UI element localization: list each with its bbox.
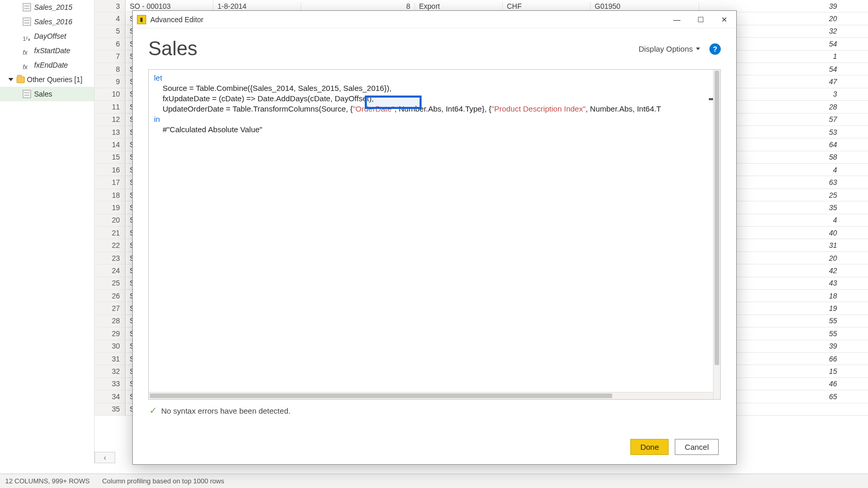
cell: 39 — [791, 2, 868, 10]
horizontal-scrollbar[interactable] — [149, 392, 713, 399]
cell: 40 — [791, 229, 868, 237]
row-number: 21 — [95, 227, 126, 239]
row-number: 11 — [95, 101, 126, 113]
cell: 4 — [791, 216, 868, 224]
cell: Export — [415, 2, 503, 10]
row-number: 29 — [95, 327, 126, 339]
row-number: 4 — [95, 12, 126, 24]
window-controls: — ☐ ✕ — [665, 11, 736, 28]
cell: 46 — [791, 380, 868, 388]
row-number: 7 — [95, 51, 126, 62]
row-number: 5 — [95, 25, 126, 37]
cell: 32 — [791, 27, 868, 35]
titlebar[interactable]: ▮ Advanced Editor — ☐ ✕ — [133, 11, 736, 28]
cell: 25 — [791, 191, 868, 199]
row-number: 12 — [95, 114, 126, 125]
minimize-button[interactable]: — — [665, 11, 689, 28]
row-number: 6 — [95, 38, 126, 50]
row-number: 34 — [95, 390, 126, 402]
status-bar: 12 COLUMNS, 999+ ROWS Column profiling b… — [0, 474, 868, 488]
row-number: 25 — [95, 277, 126, 289]
cell: 15 — [791, 367, 868, 375]
cell: 64 — [791, 140, 868, 149]
query-item-selected[interactable]: Sales — [0, 87, 94, 101]
scrollbar-thumb[interactable] — [150, 393, 612, 398]
cell: 66 — [791, 355, 868, 363]
row-number: 19 — [95, 201, 126, 213]
cell: 4 — [791, 166, 868, 174]
row-number: 33 — [95, 378, 126, 390]
query-group-label: Other Queries [1] — [27, 75, 82, 84]
dialog-header: Sales Display Options ? — [148, 38, 721, 60]
query-label: Sales_2015 — [34, 1, 72, 13]
row-number: 31 — [95, 353, 126, 365]
code-editor[interactable]: let Source = Table.Combine({Sales_2014, … — [148, 69, 721, 400]
cell: 43 — [791, 279, 868, 287]
query-item[interactable]: fxEndDate — [0, 58, 94, 72]
scrollbar-thumb[interactable] — [715, 71, 719, 365]
row-number: 35 — [95, 403, 126, 415]
number-icon — [23, 32, 31, 40]
row-number: 3 — [95, 0, 126, 12]
row-number: 14 — [95, 138, 126, 150]
table-icon — [23, 90, 31, 98]
display-options-dropdown[interactable]: Display Options — [639, 44, 700, 53]
cell: 28 — [791, 103, 868, 111]
query-item[interactable]: fxStartDate — [0, 43, 94, 58]
row-number: 22 — [95, 239, 126, 251]
row-number: 13 — [95, 126, 126, 138]
row-number: 10 — [95, 88, 126, 100]
syntax-status-text: No syntax errors have been detected. — [161, 406, 290, 415]
cell: 18 — [791, 292, 868, 300]
vertical-scrollbar[interactable] — [713, 70, 720, 399]
query-label: Sales — [34, 88, 52, 100]
query-label: fxStartDate — [34, 44, 70, 57]
cell: 39 — [791, 342, 868, 350]
function-icon — [23, 46, 31, 55]
cell: 55 — [791, 329, 868, 338]
cell: 53 — [791, 128, 868, 136]
row-number: 28 — [95, 315, 126, 327]
query-label: DayOffset — [34, 30, 66, 42]
check-icon: ✓ — [149, 405, 157, 416]
cell: 19 — [791, 304, 868, 312]
chevron-down-icon — [696, 48, 700, 50]
query-group[interactable]: Other Queries [1] — [0, 72, 94, 87]
cell: G01950 — [591, 2, 699, 10]
maximize-button[interactable]: ☐ — [689, 11, 712, 28]
folder-icon — [17, 76, 25, 83]
cell: 47 — [791, 77, 868, 86]
function-icon — [23, 61, 31, 69]
done-button[interactable]: Done — [630, 439, 669, 455]
cell: 20 — [791, 254, 868, 262]
row-number: 8 — [95, 63, 126, 75]
query-item[interactable]: Sales_2016 — [0, 14, 94, 29]
table-icon — [23, 3, 31, 11]
advanced-editor-dialog: ▮ Advanced Editor — ☐ ✕ Sales Display Op… — [132, 10, 737, 465]
row-number: 15 — [95, 151, 126, 163]
minimap-marker — [709, 98, 713, 100]
query-item[interactable]: Sales_2015 — [0, 0, 94, 14]
cell: 3 — [791, 90, 868, 98]
cell: 54 — [791, 40, 868, 48]
row-number: 9 — [95, 75, 126, 87]
cell: 1-8-2014 — [213, 2, 301, 10]
cancel-button[interactable]: Cancel — [675, 439, 719, 455]
close-button[interactable]: ✕ — [712, 11, 736, 28]
row-number: 27 — [95, 302, 126, 314]
chevron-down-icon — [8, 78, 13, 81]
row-number: 17 — [95, 176, 126, 188]
status-profiling: Column profiling based on top 1000 rows — [102, 477, 224, 485]
scroll-left-button[interactable]: ‹ — [95, 452, 115, 463]
app-icon: ▮ — [137, 15, 146, 24]
cell: 58 — [791, 153, 868, 161]
help-button[interactable]: ? — [709, 43, 721, 55]
status-columns: 12 COLUMNS, 999+ ROWS — [5, 477, 90, 485]
query-label: fxEndDate — [34, 59, 68, 71]
query-item[interactable]: DayOffset — [0, 29, 94, 43]
row-number: 16 — [95, 164, 126, 176]
queries-pane: Sales_2015 Sales_2016 DayOffset fxStartD… — [0, 0, 95, 463]
syntax-status: ✓ No syntax errors have been detected. — [148, 400, 721, 421]
cell: 8 — [301, 2, 415, 10]
dialog-heading: Sales — [148, 38, 639, 60]
